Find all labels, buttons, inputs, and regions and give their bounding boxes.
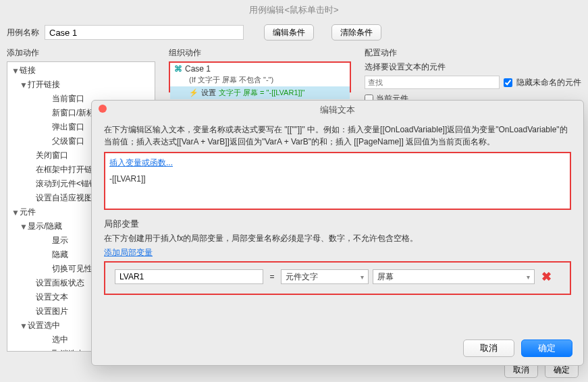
tree-settext[interactable]: 设置文本 <box>36 292 68 303</box>
set-action[interactable]: 文字于 屏幕 = "-[[LVAR1]]" <box>219 88 305 98</box>
tree-element[interactable]: 元件 <box>20 207 36 218</box>
equals-label: = <box>267 272 277 281</box>
close-icon[interactable] <box>99 105 107 113</box>
delete-var-icon[interactable]: ✖ <box>539 269 554 284</box>
add-action-header: 添加动作 <box>7 47 155 59</box>
org-action-header: 组织动作 <box>169 47 351 59</box>
var-type-select[interactable]: 元件文字 <box>281 269 369 284</box>
select-element-label: 选择要设置文本的元件 <box>365 61 581 73</box>
tree-close-win[interactable]: 关闭窗口 <box>36 150 68 161</box>
case-name-label: 用例名称 <box>7 27 39 38</box>
tree-hide[interactable]: 隐藏 <box>52 249 68 261</box>
var-name-input[interactable] <box>115 269 263 284</box>
hide-unnamed-label: 隐藏未命名的元件 <box>516 77 581 88</box>
tree-popup[interactable]: 弹出窗口 <box>52 121 84 133</box>
tree-selected[interactable]: 选中 <box>52 334 68 346</box>
tree-showhide[interactable]: 显示/隐藏 <box>28 221 62 232</box>
tree-toggle[interactable]: 切换可见性 <box>52 263 92 275</box>
modal-ok-button[interactable]: 确定 <box>521 339 572 357</box>
text-input-area[interactable]: 插入变量或函数... -[[LVAR1]] <box>104 152 571 210</box>
search-input[interactable] <box>365 76 500 89</box>
local-var-header: 局部变量 <box>104 218 571 230</box>
tree-adaptive[interactable]: 设置自适应视图 <box>36 192 92 204</box>
config-action-header: 配置动作 <box>365 47 581 59</box>
org-condition[interactable]: (If 文字于 屏幕 不包含 "-") <box>170 75 350 86</box>
tree-setimage[interactable]: 设置图片 <box>36 306 68 317</box>
tree-setselected[interactable]: 设置选中 <box>28 320 60 331</box>
case-icon: ⌘ <box>174 64 182 74</box>
tree-show[interactable]: 显示 <box>52 235 68 246</box>
set-prefix: 设置 <box>201 88 216 98</box>
modal-cancel-button[interactable]: 取消 <box>463 339 514 357</box>
bolt-icon: ⚡ <box>189 88 198 97</box>
tree-open-link[interactable]: 打开链接 <box>28 79 60 90</box>
org-action-box[interactable]: ⌘Case 1 (If 文字于 屏幕 不包含 "-") ⚡设置 文字于 屏幕 =… <box>169 61 351 92</box>
add-local-var-link[interactable]: 添加局部变量 <box>104 248 153 257</box>
tree-link[interactable]: 链接 <box>20 65 36 76</box>
org-case-label[interactable]: Case 1 <box>185 64 211 74</box>
insert-variable-link[interactable]: 插入变量或函数... <box>109 158 173 167</box>
text-value[interactable]: -[[LVAR1]] <box>109 174 566 184</box>
local-var-desc: 在下方创建用于插入fx的局部变量，局部变量名称必须是字母、数字，不允许包含空格。 <box>104 233 571 244</box>
modal-title: 编辑文本 <box>320 105 355 115</box>
case-name-input[interactable] <box>45 25 244 40</box>
window-title: 用例编辑<鼠标单击时> <box>0 0 588 20</box>
edit-text-modal: 编辑文本 在下方编辑区输入文本，变量名称或表达式要写在 "[[""]]" 中。例… <box>91 100 584 366</box>
tree-parent[interactable]: 父级窗口 <box>52 136 84 147</box>
hide-unnamed-checkbox[interactable] <box>504 78 512 87</box>
tree-current-win[interactable]: 当前窗口 <box>52 93 84 105</box>
tree-deselected[interactable]: 取消选中 <box>52 348 84 352</box>
edit-condition-button[interactable]: 编辑条件 <box>264 24 314 40</box>
tree-panel[interactable]: 设置面板状态 <box>36 277 84 289</box>
clear-condition-button[interactable]: 清除条件 <box>331 24 381 40</box>
var-target-select[interactable]: 屏幕 <box>373 269 535 284</box>
modal-description: 在下方编辑区输入文本，变量名称或表达式要写在 "[[""]]" 中。例如：插入变… <box>104 124 571 148</box>
